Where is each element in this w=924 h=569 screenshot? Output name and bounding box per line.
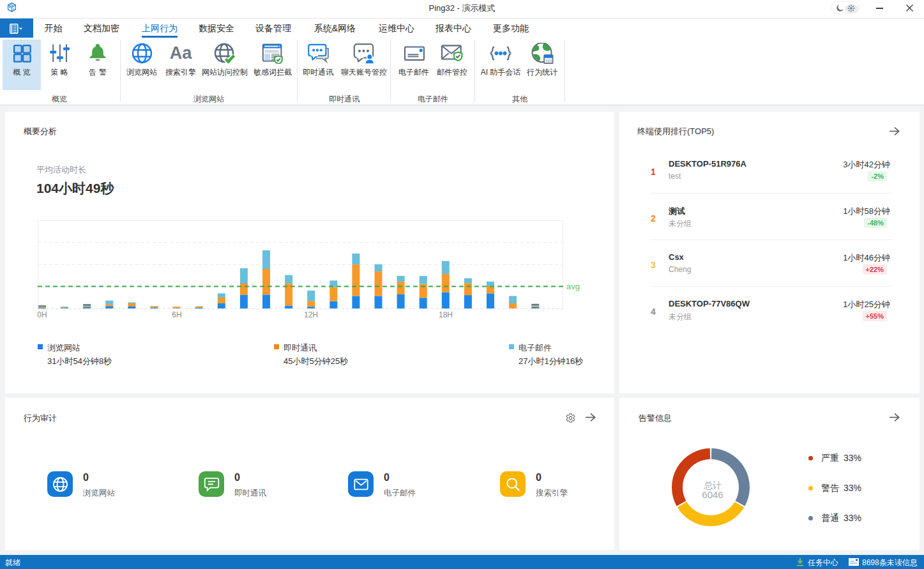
svg-text:12H: 12H [304,310,318,319]
svg-text:0H: 0H [37,310,47,319]
svg-text:18H: 18H [439,310,453,319]
svg-text:6H: 6H [172,310,181,319]
svg-text:avg: avg [566,282,580,291]
